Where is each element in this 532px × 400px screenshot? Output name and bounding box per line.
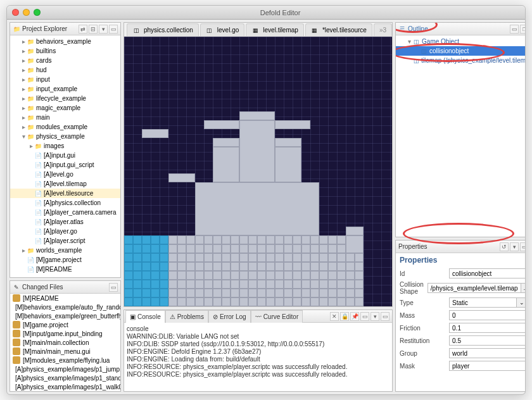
tree-item[interactable]: 📄[A]player.atlas — [10, 217, 120, 227]
tree-item[interactable]: 📄[A]player_camera.camera — [10, 208, 120, 217]
tree-item[interactable]: 📄[M]README — [10, 265, 120, 274]
property-field[interactable]: 0.5 — [449, 335, 525, 346]
outline-item[interactable]: ▾◫Game Object — [396, 37, 525, 46]
disclosure-icon[interactable]: ▸ — [20, 247, 27, 254]
view-menu-icon[interactable]: ▾ — [370, 312, 379, 321]
tree-item[interactable]: ▸📁cards — [10, 56, 120, 65]
console-tab[interactable]: ⊘Error Log — [208, 310, 251, 323]
changed-file-item[interactable]: [M]main/main_menu.gui — [10, 347, 120, 356]
console-pin-icon[interactable]: 📌 — [350, 312, 359, 321]
close-icon[interactable] — [12, 9, 19, 16]
tree-item[interactable]: 📄[M]game.project — [10, 255, 120, 265]
project-tree[interactable]: ▸📁behaviors_example▸📁builtins▸📁cards▸📁hu… — [10, 35, 120, 277]
restore-defaults-icon[interactable]: ↺ — [500, 242, 509, 251]
disclosure-icon[interactable]: ▸ — [20, 123, 27, 130]
right-column: ☰ Outline ▭ □ ▾◫Game Object◫collisionobj… — [395, 22, 525, 392]
tree-item[interactable]: ▸📁images — [10, 141, 120, 151]
editor-tab[interactable]: ◫level.go — [200, 23, 244, 36]
changed-file-item[interactable]: [M]behaviors_example/green_butterfly.col — [10, 311, 120, 320]
disclosure-icon[interactable]: ▸ — [20, 104, 27, 111]
console-lock-icon[interactable]: 🔒 — [340, 312, 349, 321]
editor-tab[interactable]: »3 — [374, 23, 392, 36]
tree-item[interactable]: ▾📁physics_example — [10, 132, 120, 141]
tree-item[interactable]: ▸📁behaviors_example — [10, 37, 120, 46]
view-menu-icon[interactable]: ▾ — [99, 25, 108, 34]
tree-item[interactable]: ▸📁modules_example — [10, 122, 120, 132]
tree-item[interactable]: ▸📁main — [10, 113, 120, 122]
changed-file-item[interactable]: [M]README — [10, 294, 120, 303]
property-select[interactable]: Static — [449, 297, 516, 308]
tree-item[interactable]: 📄[A]level.tilesource — [10, 189, 120, 198]
console-clear-icon[interactable]: ✕ — [330, 312, 339, 321]
zoom-icon[interactable] — [34, 9, 41, 16]
view-menu-icon[interactable]: ▾ — [510, 242, 519, 251]
maximize-panel-icon[interactable]: □ — [520, 25, 525, 34]
changed-files-list[interactable]: [M]README[M]behaviors_example/auto_fly_r… — [10, 294, 120, 391]
tree-item[interactable]: ▸📁hud — [10, 65, 120, 75]
tilemap-canvas[interactable] — [124, 37, 392, 306]
minimize-icon[interactable] — [23, 9, 30, 16]
changed-file-item[interactable]: [A]physics_example/images/p1_walk01.pn — [10, 382, 120, 391]
tree-item[interactable]: ▸📁lifecycle_example — [10, 94, 120, 103]
disclosure-icon[interactable]: ▸ — [20, 66, 27, 73]
tree-item[interactable]: 📄[A]level.go — [10, 170, 120, 179]
disclosure-icon[interactable]: ▾ — [20, 133, 27, 140]
tree-item[interactable]: ▸📁input_example — [10, 84, 120, 94]
outline-tree[interactable]: ▾◫Game Object◫collisionobject◫tilemap (/… — [396, 35, 525, 237]
changed-file-item[interactable]: [M]behaviors_example/auto_fly_randomly. — [10, 303, 120, 311]
browse-button[interactable]: … — [521, 283, 525, 293]
changed-file-item[interactable]: [A]physics_example/images/p1_jump.png — [10, 365, 120, 373]
property-field[interactable]: /physics_example/level.tilemap — [428, 283, 521, 293]
disclosure-icon[interactable]: ▸ — [20, 57, 27, 64]
disclosure-icon[interactable]: ▸ — [20, 114, 27, 121]
tree-item[interactable]: ▸📁worlds_example — [10, 246, 120, 255]
console-tab[interactable]: 〰Curve Editor — [251, 310, 303, 323]
disclosure-icon[interactable]: ▸ — [20, 85, 27, 92]
disclosure-icon[interactable]: ▾ — [406, 38, 412, 45]
tree-item[interactable]: 📄[A]input.gui — [10, 151, 120, 160]
tree-item[interactable]: 📄[A]level.tilemap — [10, 179, 120, 189]
disclosure-icon[interactable]: ▸ — [20, 95, 27, 102]
tree-item[interactable]: ▸📁builtins — [10, 46, 120, 56]
tree-item[interactable]: 📄[A]player.go — [10, 227, 120, 236]
disclosure-icon[interactable]: ▸ — [28, 142, 34, 149]
changed-file-item[interactable]: [M]main/main.collection — [10, 338, 120, 347]
tree-item[interactable]: 📄[A]physics.collection — [10, 198, 120, 208]
tree-item[interactable]: ▸📁magic_example — [10, 103, 120, 113]
property-field[interactable]: 0 — [449, 310, 525, 320]
disclosure-icon[interactable]: ▸ — [20, 76, 27, 83]
outline-item[interactable]: ◫tilemap (/physics_example/level.tilemap… — [396, 56, 525, 65]
editor-tab[interactable]: ▦level.tilemap — [246, 23, 304, 36]
editor-tab[interactable]: ▦*level.tilesource — [305, 23, 372, 36]
minimize-panel-icon[interactable]: ▭ — [520, 242, 525, 251]
tree-item[interactable]: ▸📁input — [10, 75, 120, 84]
console-tab[interactable]: ⚠Problems — [165, 310, 208, 323]
property-label: Id — [400, 270, 445, 277]
editor-tab[interactable]: ◫physics.collection — [127, 23, 199, 36]
changed-file-item[interactable]: [M]input/game.input_binding — [10, 329, 120, 338]
property-field[interactable]: 0.1 — [449, 323, 525, 333]
tree-label: main — [36, 114, 50, 121]
minimize-panel-icon[interactable]: ▭ — [109, 283, 118, 292]
console-display-icon[interactable]: ▭ — [360, 312, 369, 321]
property-field[interactable]: player — [449, 361, 525, 371]
tree-item[interactable]: 📄[A]input.gui_script — [10, 160, 120, 170]
property-field[interactable]: collisionobject — [449, 268, 525, 278]
changed-file-item[interactable]: [M]game.project — [10, 320, 120, 329]
collapse-all-icon[interactable]: ⊟ — [89, 25, 98, 34]
changed-file-item[interactable]: [M]modules_example/flying.lua — [10, 356, 120, 365]
link-editor-icon[interactable]: ⇄ — [79, 25, 87, 34]
minimize-panel-icon[interactable]: ▭ — [510, 25, 519, 34]
tree-item[interactable]: 📄[A]player.script — [10, 236, 120, 246]
minimize-panel-icon[interactable]: ▭ — [109, 25, 118, 34]
minimize-panel-icon[interactable]: ▭ — [381, 312, 390, 321]
console-tab[interactable]: ▣Console — [125, 310, 165, 323]
disclosure-icon[interactable]: ▸ — [20, 47, 27, 54]
tree-label: modules_example — [36, 123, 87, 130]
console-output[interactable]: consoleWARNING:DLIB: Variable LANG not s… — [124, 323, 392, 391]
outline-item[interactable]: ◫collisionobject — [396, 46, 525, 56]
property-field[interactable]: world — [449, 348, 525, 358]
dropdown-icon[interactable]: ⌄ — [516, 297, 525, 308]
disclosure-icon[interactable]: ▸ — [20, 38, 27, 45]
changed-file-item[interactable]: [A]physics_example/images/p1_stand.png — [10, 373, 120, 382]
